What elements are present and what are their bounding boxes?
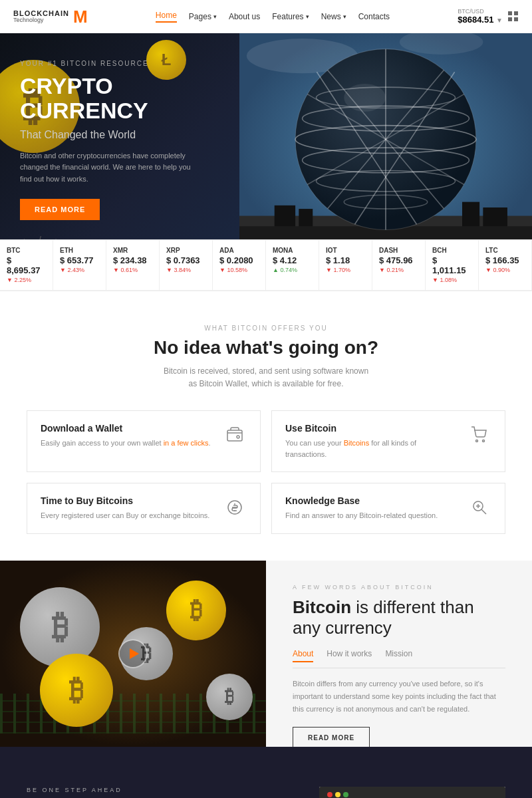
hero-next-arrow[interactable]: →	[48, 233, 60, 239]
ticker-price: $ 0.7363	[166, 255, 205, 265]
nav-news[interactable]: News▾	[321, 12, 346, 21]
bitcoin-tabs: About How it works Mission	[293, 649, 505, 668]
email-right: $8684.51 High $3299.19 Low $3299.19 Supp…	[319, 787, 505, 798]
feature-card-wallet[interactable]: Download a Wallet Easily gain access to …	[27, 410, 261, 472]
bitcoin-read-more[interactable]: READ MORE	[293, 727, 370, 749]
features-desc: Bitcoin is received, stored, and sent us…	[27, 365, 505, 390]
ticker-symbol: XMR	[113, 247, 152, 254]
nav-pages[interactable]: Pages▾	[189, 12, 217, 21]
ticker-item-eth: ETH $ 653.77 ▼ 2.43%	[53, 240, 106, 290]
ticker-price: $ 8,695.37	[7, 255, 46, 275]
nav-contacts[interactable]: Contacts	[358, 12, 390, 21]
hero-cta-button[interactable]: READ MORE	[20, 199, 100, 220]
ticker-item-bch: BCH $ 1,011.15 ▼ 1.08%	[426, 240, 479, 290]
ticker-change: ▼ 10.58%	[219, 267, 259, 273]
ticker-item-btc: BTC $ 8,695.37 ▼ 2.25%	[0, 240, 53, 290]
feature-buy-content: Time to Buy Bitcoins Every registered us…	[41, 495, 215, 521]
ticker-change: ▼ 1.70%	[326, 267, 365, 273]
hero-title: CRYPTO CURRENCY	[20, 74, 219, 124]
ticker-symbol: MONA	[273, 247, 312, 254]
grid-menu-icon[interactable]	[508, 11, 519, 22]
feature-buy-desc: Every registered user can Buy or exchang…	[41, 510, 215, 521]
ticker-change: ▼ 3.84%	[166, 267, 205, 273]
ticker-symbol: BTC	[7, 247, 46, 254]
feature-knowledge-content: Knowledge Base Find an answer to any Bit…	[285, 495, 460, 521]
feature-card-buy[interactable]: Time to Buy Bitcoins Every registered us…	[27, 483, 261, 534]
play-button[interactable]	[118, 639, 148, 668]
svg-point-19	[344, 84, 386, 112]
ticker-item-ada: ADA $ 0.2080 ▼ 10.58%	[213, 240, 266, 290]
hero-section: ₿ Ł YOUR #1 BITCOIN RESOURCE CRYPTO CURR…	[0, 33, 532, 239]
tab-about[interactable]: About	[293, 649, 313, 662]
features-section: WHAT BITCOIN OFFERS YOU No idea what's g…	[0, 291, 532, 561]
svg-rect-24	[227, 430, 242, 441]
price-widget[interactable]: BTC/USD $8684.51 ▼	[458, 8, 519, 25]
feature-knowledge-title: Knowledge Base	[285, 495, 460, 506]
price-label: BTC/USD	[458, 8, 503, 15]
gold-coin-2: ₿	[40, 654, 113, 727]
feature-card-bitcoin[interactable]: Use Bitcoin You can use your Bitcoins fo…	[271, 410, 505, 472]
ticker-change: ▼ 0.90%	[485, 267, 525, 273]
ticker-item-iot: IOT $ 1.18 ▼ 1.70%	[319, 240, 372, 290]
dot-green	[343, 792, 348, 797]
bitcoin-content: A FEW WORDS ABOUT BITCOIN Bitcoin is dif…	[266, 561, 532, 747]
ticker-change: ▼ 0.61%	[113, 267, 152, 273]
hero-prev-arrow[interactable]: ←	[20, 233, 32, 239]
tab-how[interactable]: How it works	[327, 649, 372, 662]
ticker-item-ltc: LTC $ 166.35 ▼ 0.90%	[479, 240, 532, 290]
ticker-price: $ 0.2080	[219, 255, 259, 265]
chart-card: $8684.51 High $3299.19 Low $3299.19 Supp…	[319, 787, 505, 798]
svg-rect-21	[299, 209, 313, 226]
bitcoin-title: Bitcoin is different than any currency	[293, 597, 505, 638]
ticker-symbol: IOT	[326, 247, 365, 254]
nav-about[interactable]: About us	[229, 12, 260, 21]
svg-line-30	[481, 509, 486, 514]
ticker-change: ▲ 0.74%	[273, 267, 312, 273]
search-icon	[467, 495, 491, 519]
nav-home[interactable]: Home	[156, 11, 177, 23]
ticker-item-xrp: XRP $ 0.7363 ▼ 3.84%	[160, 240, 213, 290]
hero-globe-svg	[239, 33, 532, 239]
hero-tagline: That Changed the World	[20, 129, 219, 141]
ticker-change: ▼ 1.08%	[432, 277, 471, 283]
feature-bitcoin-desc: You can use your Bitcoins for all kinds …	[285, 438, 460, 460]
dot-yellow	[335, 792, 340, 797]
gold-coin-1: ₿	[166, 581, 226, 640]
email-section: BE ONE STEP AHEAD Learning 80% of what t…	[0, 747, 532, 798]
ticker-item-xmr: XMR $ 234.38 ▼ 0.61%	[106, 240, 160, 290]
navbar: BLOCKCHAIN Technology M Home Pages▾ Abou…	[0, 0, 532, 33]
hero-nav: ← / →	[20, 233, 219, 239]
ticker-price: $ 166.35	[485, 255, 525, 265]
bitcoin-section: ₿ ₿ ₿ ₿ ₿ A FEW WORDS ABOUT BITCOIN Bitc…	[0, 561, 532, 747]
svg-rect-20	[275, 205, 295, 226]
features-title: No idea what's going on?	[27, 337, 505, 358]
logo-m: M	[73, 8, 88, 25]
buy-icon	[223, 495, 247, 519]
nav-links: Home Pages▾ About us Features▾ News▾ Con…	[156, 11, 390, 23]
ticker-price: $ 475.96	[379, 255, 418, 265]
ticker-change: ▼ 2.25%	[7, 277, 46, 283]
svg-point-26	[476, 440, 478, 442]
hero-subtitle: YOUR #1 BITCOIN RESOURCE	[20, 60, 219, 67]
bitcoin-desc: Bitcoin differs from any currency you've…	[293, 678, 505, 715]
feature-wallet-desc: Easily gain access to your own wallet in…	[41, 438, 215, 449]
feature-card-knowledge[interactable]: Knowledge Base Find an answer to any Bit…	[271, 483, 505, 534]
hero-desc: Bitcoin and other cryptocurrencies have …	[20, 150, 193, 186]
feature-wallet-title: Download a Wallet	[41, 423, 215, 434]
ticker-symbol: LTC	[485, 247, 525, 254]
feature-bitcoin-title: Use Bitcoin	[285, 423, 460, 434]
dot-red	[327, 792, 332, 797]
ticker-item-mona: MONA $ 4.12 ▲ 0.74%	[266, 240, 319, 290]
silver-coin-3: ₿	[206, 674, 253, 720]
svg-point-25	[237, 436, 239, 438]
nav-features[interactable]: Features▾	[272, 12, 309, 21]
ticker-symbol: DASH	[379, 247, 418, 254]
logo[interactable]: BLOCKCHAIN Technology M	[13, 8, 88, 25]
feature-knowledge-desc: Find an answer to any Bitcoin-related qu…	[285, 510, 460, 521]
price-value: $8684.51 ▼	[458, 15, 503, 25]
ticker-change: ▼ 2.43%	[60, 267, 99, 273]
ticker-price: $ 1,011.15	[432, 255, 471, 275]
logo-text-top: BLOCKCHAIN	[13, 10, 69, 17]
bitcoin-label: A FEW WORDS ABOUT BITCOIN	[293, 584, 505, 591]
tab-mission[interactable]: Mission	[385, 649, 412, 662]
